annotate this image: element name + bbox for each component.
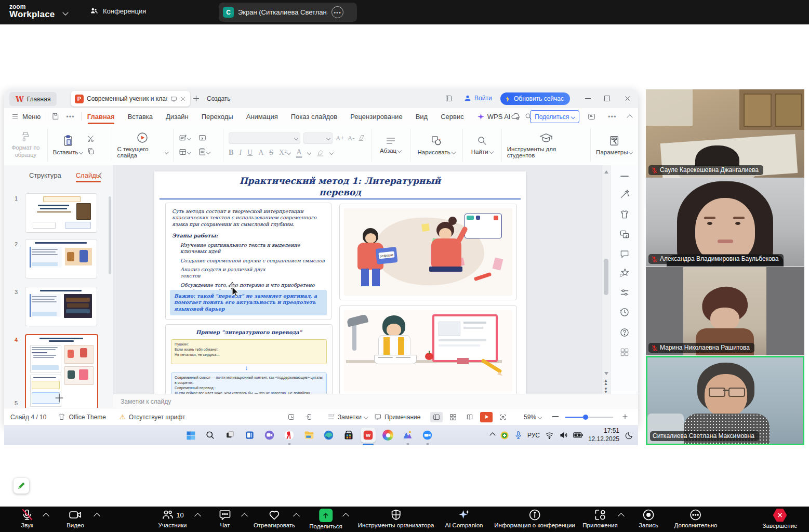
slide-canvas[interactable]: Практический метод 1: Литературный перев… bbox=[154, 171, 526, 394]
find-button[interactable]: Найти bbox=[463, 128, 502, 162]
participant-video-1[interactable]: Сауле Карекешевна Джангалиева bbox=[646, 89, 804, 178]
tab-outline[interactable]: Структура bbox=[29, 171, 61, 179]
missing-font-warning[interactable]: Отсутствует шрифт bbox=[129, 414, 185, 421]
participants-options-chevron[interactable] bbox=[194, 513, 201, 520]
slide-checklist-icon[interactable] bbox=[198, 148, 210, 156]
slide-thumbnail-1[interactable] bbox=[25, 193, 97, 233]
host-tools-button[interactable]: Инструменты организатора bbox=[358, 509, 434, 528]
teams-chat-icon[interactable] bbox=[262, 428, 277, 443]
ribbon-tab-review[interactable]: Рецензирование bbox=[350, 113, 403, 121]
method-description-box[interactable]: Суть метода состоит в творческой интерпр… bbox=[165, 203, 331, 320]
collapse-ribbon-icon[interactable] bbox=[627, 114, 632, 120]
cloud-sync-icon[interactable] bbox=[511, 112, 521, 122]
task-view-icon[interactable] bbox=[222, 428, 237, 443]
settings-sliders-icon[interactable] bbox=[619, 287, 630, 298]
participant-video-2[interactable]: Александра Владимировна Баульбекова bbox=[646, 178, 804, 267]
notes-toggle[interactable]: Заметки bbox=[327, 413, 367, 421]
illustration-students-card[interactable]: реферат bbox=[339, 204, 517, 300]
video-options-chevron[interactable] bbox=[94, 513, 100, 520]
mountain-app-icon[interactable] bbox=[400, 428, 415, 443]
help-icon[interactable] bbox=[619, 327, 630, 338]
format-painter-button[interactable]: Формат по образцу bbox=[4, 128, 48, 162]
audio-options-chevron[interactable] bbox=[43, 513, 49, 520]
night-mode-icon[interactable] bbox=[625, 431, 634, 440]
save-icon[interactable] bbox=[51, 112, 60, 121]
maximize-icon[interactable] bbox=[604, 96, 610, 101]
clock[interactable]: 17:51 12.12.2025 bbox=[588, 427, 619, 443]
slide-notes-bar[interactable]: Заметки к слайду bbox=[113, 394, 638, 408]
grow-font-button[interactable]: A+ bbox=[336, 134, 344, 142]
annotation-pencil-button[interactable] bbox=[14, 478, 29, 494]
ribbon-tab-design[interactable]: Дизайн bbox=[165, 113, 189, 121]
microsoft-store-icon[interactable] bbox=[341, 428, 356, 443]
collapse-pane-icon[interactable] bbox=[620, 176, 629, 177]
audio-button[interactable]: Звук bbox=[21, 509, 33, 528]
zoom-slider[interactable] bbox=[565, 417, 613, 418]
design-theme-icon[interactable] bbox=[619, 209, 630, 220]
participant-video-4-active-speaker[interactable]: Ситкалиева Светлана Максимовна bbox=[646, 356, 804, 445]
zoom-slider-handle[interactable] bbox=[583, 415, 588, 420]
main-menu-button[interactable]: Меню bbox=[11, 113, 41, 121]
example-card[interactable]: Пример "литературного перевода" Пушкин: … bbox=[165, 324, 333, 394]
login-button[interactable]: Войти bbox=[463, 94, 492, 102]
apps-button[interactable]: Приложения bbox=[582, 509, 617, 528]
chat-options-chevron[interactable] bbox=[241, 513, 248, 520]
language-indicator[interactable]: РУС bbox=[527, 432, 540, 439]
yandex-browser-icon[interactable] bbox=[282, 428, 297, 443]
zoom-app-icon[interactable] bbox=[420, 428, 435, 443]
play-from-current-slide-button[interactable]: С текущего слайда bbox=[112, 128, 174, 162]
ribbon-tab-wps-ai[interactable]: WPS AI bbox=[476, 113, 511, 121]
slide-thumbnail-3[interactable] bbox=[25, 287, 97, 326]
ribbon-tab-animation[interactable]: Анимация bbox=[246, 113, 278, 121]
zoom-in-icon[interactable] bbox=[621, 413, 629, 420]
taskbar-search-icon[interactable] bbox=[203, 428, 218, 443]
slide-thumbnail-2[interactable] bbox=[25, 239, 97, 278]
next-slide-icon[interactable]: ▼▼ bbox=[604, 388, 608, 393]
font-size-combo[interactable] bbox=[303, 132, 333, 144]
options-button[interactable]: Параметры bbox=[591, 128, 638, 162]
history-clock-icon[interactable] bbox=[619, 307, 630, 317]
ribbon-tab-slideshow[interactable]: Показ слайдов bbox=[290, 113, 338, 121]
magic-wand-icon[interactable] bbox=[619, 189, 630, 200]
new-document-label[interactable]: Создать bbox=[207, 95, 231, 102]
workspace-switch-chevron-icon[interactable] bbox=[63, 10, 68, 15]
draw-button[interactable]: Нарисовать bbox=[410, 128, 463, 162]
comment-button[interactable]: Примечание bbox=[374, 413, 420, 421]
screen-tab-menu-icon[interactable]: ••• bbox=[331, 6, 343, 18]
ai-companion-button[interactable]: AI Companion bbox=[445, 509, 483, 528]
ribbon-tab-home[interactable]: Главная bbox=[87, 113, 115, 121]
battery-icon[interactable] bbox=[573, 432, 583, 438]
tray-expand-icon[interactable] bbox=[489, 432, 495, 438]
slide-sorter-view-button[interactable] bbox=[447, 412, 459, 422]
superscript-button[interactable]: X² bbox=[279, 149, 290, 157]
video-button[interactable]: Видео bbox=[67, 509, 84, 528]
apps-options-chevron[interactable] bbox=[618, 513, 625, 520]
ribbon-tab-insert[interactable]: Вставка bbox=[127, 113, 153, 121]
panel-scrollbar[interactable] bbox=[109, 196, 111, 274]
edge-browser-icon[interactable] bbox=[321, 428, 336, 443]
reading-view-button[interactable] bbox=[463, 412, 476, 422]
paste-button[interactable]: Вставить bbox=[53, 135, 83, 155]
canvas-scrollbar[interactable]: ▲▲ ▼▼ bbox=[602, 165, 611, 394]
minimize-icon[interactable] bbox=[585, 98, 591, 99]
upgrade-now-button[interactable]: Обновить сейчас bbox=[500, 92, 570, 105]
tab-conference[interactable]: Конференция bbox=[89, 6, 146, 16]
slide-thumbnail-4-current[interactable] bbox=[25, 334, 98, 417]
ribbon-tab-view[interactable]: Вид bbox=[415, 113, 429, 121]
widgets-icon[interactable] bbox=[242, 428, 257, 443]
share-options-chevron[interactable] bbox=[342, 513, 349, 520]
antivirus-tray-icon[interactable] bbox=[500, 431, 509, 440]
cut-icon[interactable] bbox=[87, 135, 95, 143]
start-button[interactable] bbox=[183, 428, 198, 443]
color-wheel-app-icon[interactable] bbox=[380, 428, 395, 443]
font-name-combo[interactable] bbox=[229, 132, 300, 144]
speaker-icon[interactable] bbox=[559, 431, 568, 439]
record-button[interactable]: Запись bbox=[639, 509, 658, 528]
window-layout-icon[interactable] bbox=[445, 95, 453, 102]
zoom-out-icon[interactable] bbox=[552, 416, 559, 417]
fit-to-window-icon[interactable] bbox=[497, 412, 509, 422]
reuse-slide-icon[interactable] bbox=[198, 134, 210, 142]
add-slide-button[interactable] bbox=[54, 393, 64, 403]
side-panel-icon[interactable] bbox=[587, 112, 596, 121]
normal-view-button[interactable] bbox=[430, 412, 443, 422]
